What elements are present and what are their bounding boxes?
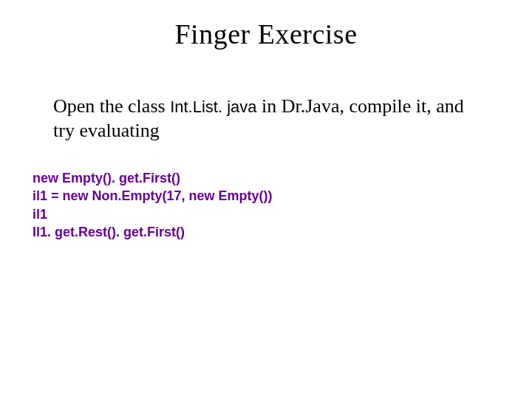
body-text-pre: Open the class: [53, 95, 170, 117]
slide-title: Finger Exercise: [0, 0, 532, 50]
inline-code-class-name: Int.List. java: [170, 98, 256, 116]
code-block: new Empty(). get.First() il1 = new Non.E…: [0, 143, 532, 241]
slide-body: Open the class Int.List. java in Dr.Java…: [0, 50, 532, 143]
slide: Finger Exercise Open the class Int.List.…: [0, 0, 532, 399]
code-line-4: Il1. get.Rest(). get.First(): [33, 225, 185, 239]
code-line-1: new Empty(). get.First(): [33, 171, 180, 185]
code-line-2: il1 = new Non.Empty(17, new Empty()): [33, 188, 273, 203]
code-line-3: il1: [33, 207, 47, 222]
